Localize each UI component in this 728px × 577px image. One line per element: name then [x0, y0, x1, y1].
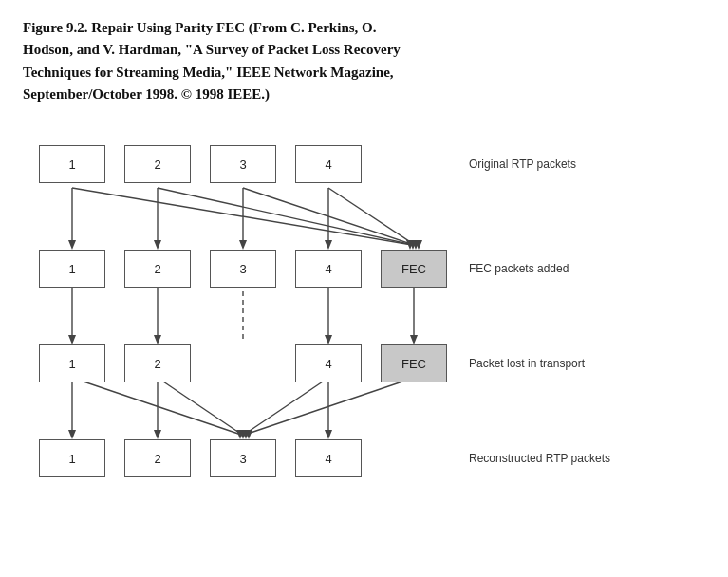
row2-label: FEC packets added [469, 262, 569, 275]
svg-marker-28 [154, 430, 161, 439]
row3-fec: FEC [381, 344, 447, 382]
caption-line3: Techniques for Streaming Media," IEEE Ne… [23, 65, 394, 80]
svg-marker-17 [68, 335, 76, 344]
diagram: 1 2 3 4 Original RTP packets 1 2 3 4 FEC… [23, 126, 706, 496]
svg-marker-36 [239, 430, 247, 439]
svg-line-31 [245, 378, 414, 435]
svg-marker-35 [236, 430, 244, 439]
svg-marker-1 [68, 240, 76, 250]
svg-line-33 [158, 378, 242, 435]
svg-marker-24 [410, 335, 418, 344]
svg-marker-12 [406, 240, 414, 250]
row3-packet2: 2 [124, 344, 191, 382]
row1-packet2: 2 [124, 145, 191, 183]
row2-packet2: 2 [124, 250, 191, 288]
figure-caption: Figure 9.2. Repair Using Parity FEC (Fro… [23, 17, 705, 105]
caption-line4: September/October 1998. © 1998 IEEE.) [23, 86, 270, 102]
row2-packet1: 1 [39, 250, 105, 288]
svg-marker-15 [415, 240, 422, 250]
row1-packet1: 1 [39, 145, 105, 183]
svg-marker-14 [412, 240, 420, 250]
row1-packet3: 3 [210, 145, 276, 183]
row2-packet4: 4 [295, 250, 362, 288]
svg-line-10 [243, 188, 414, 245]
row3-label: Packet lost in transport [469, 357, 585, 370]
svg-marker-13 [409, 240, 417, 250]
svg-line-9 [158, 188, 413, 245]
row1-label: Original RTP packets [469, 158, 576, 171]
caption-line1: Figure 9.2. Repair Using Parity FEC (Fro… [23, 20, 376, 35]
svg-marker-30 [325, 430, 332, 439]
svg-line-34 [244, 378, 328, 435]
row2-packet3: 3 [210, 250, 276, 288]
row4-packet1: 1 [39, 439, 105, 477]
row4-packet3: 3 [210, 439, 276, 477]
svg-marker-7 [325, 240, 332, 250]
row3-packet1: 1 [39, 344, 105, 382]
row4-packet4: 4 [295, 439, 362, 477]
row4-packet2: 2 [124, 439, 191, 477]
svg-marker-19 [154, 335, 161, 344]
svg-line-11 [328, 188, 415, 245]
svg-marker-22 [325, 335, 332, 344]
svg-line-8 [72, 188, 412, 245]
row2-fec: FEC [381, 250, 447, 288]
caption-line2: Hodson, and V. Hardman, "A Survey of Pac… [23, 42, 401, 57]
svg-marker-38 [245, 430, 252, 439]
svg-marker-26 [68, 430, 76, 439]
row1-packet4: 4 [295, 145, 362, 183]
row3-packet4: 4 [295, 344, 362, 382]
svg-marker-5 [239, 240, 247, 250]
svg-line-32 [72, 378, 241, 435]
svg-marker-3 [154, 240, 161, 250]
row4-label: Reconstructed RTP packets [469, 452, 610, 465]
svg-marker-37 [242, 430, 250, 439]
